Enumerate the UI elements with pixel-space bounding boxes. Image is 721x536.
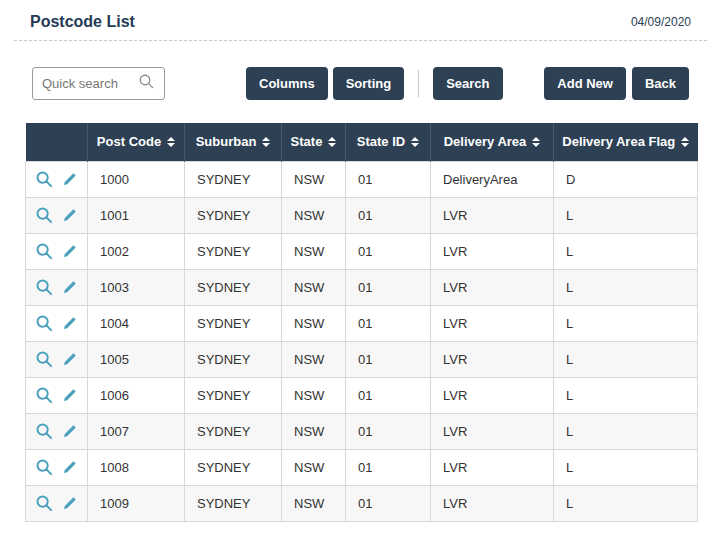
cell-suburban: SYDNEY: [185, 377, 282, 413]
edit-icon[interactable]: [62, 171, 78, 187]
cell-post-code: 1009: [88, 485, 185, 521]
cell-delivery-area-flag: L: [554, 341, 698, 377]
cell-suburban: SYDNEY: [185, 233, 282, 269]
search-button[interactable]: Search: [433, 67, 502, 100]
row-actions-cell: [26, 197, 88, 233]
postcode-table: Post Code Suburban State State ID Delive…: [25, 123, 698, 522]
row-actions-cell: [26, 413, 88, 449]
cell-delivery-area-flag: L: [554, 233, 698, 269]
cell-state-id: 01: [346, 341, 431, 377]
view-icon[interactable]: [35, 386, 54, 405]
cell-state: NSW: [282, 377, 346, 413]
toolbar-separator: [418, 70, 419, 97]
table-row: 1005 SYDNEY NSW 01 LVR L: [26, 341, 698, 377]
cell-suburban: SYDNEY: [185, 485, 282, 521]
row-actions-cell: [26, 449, 88, 485]
table-row: 1008 SYDNEY NSW 01 LVR L: [26, 449, 698, 485]
view-icon[interactable]: [35, 314, 54, 333]
cell-delivery-area-flag: L: [554, 197, 698, 233]
edit-icon[interactable]: [62, 495, 78, 511]
table-row: 1003 SYDNEY NSW 01 LVR L: [26, 269, 698, 305]
cell-state-id: 01: [346, 233, 431, 269]
view-icon[interactable]: [35, 458, 54, 477]
column-header-state-id[interactable]: State ID: [346, 123, 431, 161]
sort-icon: [411, 137, 419, 147]
cell-post-code: 1005: [88, 341, 185, 377]
cell-post-code: 1002: [88, 233, 185, 269]
header-divider: [14, 40, 707, 41]
table-row: 1002 SYDNEY NSW 01 LVR L: [26, 233, 698, 269]
cell-state-id: 01: [346, 485, 431, 521]
toolbar: Columns Sorting Search Add New Back: [32, 67, 689, 100]
cell-delivery-area: LVR: [431, 269, 554, 305]
cell-state: NSW: [282, 161, 346, 197]
table-row: 1007 SYDNEY NSW 01 LVR L: [26, 413, 698, 449]
quick-search-input[interactable]: [42, 76, 138, 91]
cell-state-id: 01: [346, 449, 431, 485]
column-header-delivery-area-flag[interactable]: Delivery Area Flag: [554, 123, 698, 161]
cell-delivery-area-flag: L: [554, 305, 698, 341]
edit-icon[interactable]: [62, 423, 78, 439]
cell-state: NSW: [282, 269, 346, 305]
sorting-button[interactable]: Sorting: [333, 67, 405, 100]
view-icon[interactable]: [35, 278, 54, 297]
column-header-suburban[interactable]: Suburban: [185, 123, 282, 161]
cell-delivery-area: LVR: [431, 233, 554, 269]
cell-delivery-area: LVR: [431, 449, 554, 485]
edit-icon[interactable]: [62, 351, 78, 367]
sort-icon: [328, 137, 336, 147]
cell-post-code: 1006: [88, 377, 185, 413]
actions-column-header: [26, 123, 88, 161]
cell-delivery-area-flag: L: [554, 413, 698, 449]
back-button[interactable]: Back: [632, 67, 689, 100]
view-icon[interactable]: [35, 494, 54, 513]
cell-post-code: 1001: [88, 197, 185, 233]
cell-delivery-area: LVR: [431, 305, 554, 341]
edit-icon[interactable]: [62, 459, 78, 475]
view-icon[interactable]: [35, 350, 54, 369]
cell-post-code: 1003: [88, 269, 185, 305]
column-header-state[interactable]: State: [282, 123, 346, 161]
cell-state: NSW: [282, 233, 346, 269]
cell-state-id: 01: [346, 197, 431, 233]
sort-icon: [262, 137, 270, 147]
sort-icon: [681, 137, 689, 147]
add-new-button[interactable]: Add New: [544, 67, 626, 100]
edit-icon[interactable]: [62, 243, 78, 259]
cell-suburban: SYDNEY: [185, 413, 282, 449]
cell-delivery-area: LVR: [431, 377, 554, 413]
edit-icon[interactable]: [62, 279, 78, 295]
row-actions-cell: [26, 341, 88, 377]
cell-delivery-area: LVR: [431, 341, 554, 377]
cell-state-id: 01: [346, 377, 431, 413]
cell-state: NSW: [282, 197, 346, 233]
toolbar-right-group: Add New Back: [544, 67, 689, 100]
page-header: Postcode List 04/09/2020: [0, 0, 721, 40]
view-icon[interactable]: [35, 170, 54, 189]
column-header-post-code[interactable]: Post Code: [88, 123, 185, 161]
view-icon[interactable]: [35, 242, 54, 261]
row-actions-cell: [26, 233, 88, 269]
row-actions-cell: [26, 269, 88, 305]
view-icon[interactable]: [35, 422, 54, 441]
cell-post-code: 1007: [88, 413, 185, 449]
edit-icon[interactable]: [62, 207, 78, 223]
edit-icon[interactable]: [62, 315, 78, 331]
cell-suburban: SYDNEY: [185, 197, 282, 233]
view-icon[interactable]: [35, 206, 54, 225]
row-actions-cell: [26, 161, 88, 197]
table-row: 1004 SYDNEY NSW 01 LVR L: [26, 305, 698, 341]
edit-icon[interactable]: [62, 387, 78, 403]
cell-state: NSW: [282, 449, 346, 485]
toolbar-center-group: Columns Sorting Search: [246, 67, 503, 100]
sort-icon: [532, 137, 540, 147]
columns-button[interactable]: Columns: [246, 67, 328, 100]
row-actions-cell: [26, 485, 88, 521]
cell-state: NSW: [282, 305, 346, 341]
cell-suburban: SYDNEY: [185, 269, 282, 305]
quick-search-box[interactable]: [32, 67, 165, 100]
sort-icon: [167, 137, 175, 147]
cell-delivery-area-flag: L: [554, 485, 698, 521]
cell-post-code: 1000: [88, 161, 185, 197]
column-header-delivery-area[interactable]: Delivery Area: [431, 123, 554, 161]
